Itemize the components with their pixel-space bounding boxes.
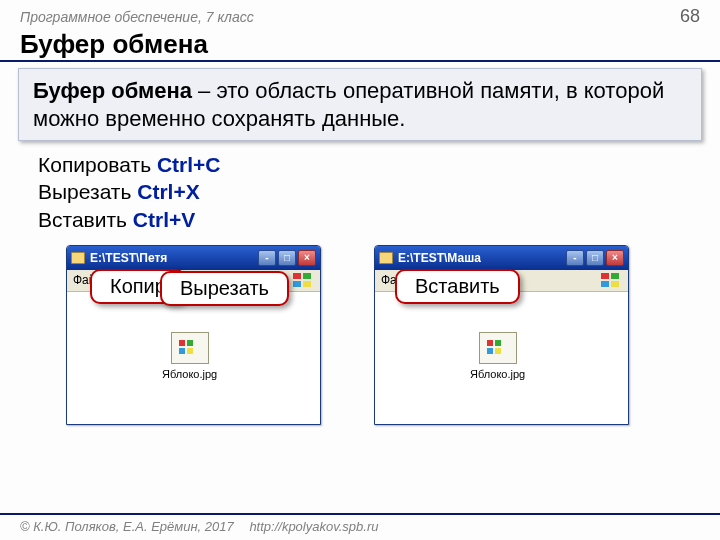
file-item-left[interactable]: Яблоко.jpg	[162, 332, 217, 380]
callout-paste: Вставить	[395, 269, 520, 304]
svg-rect-0	[293, 273, 301, 279]
image-file-icon	[171, 332, 209, 364]
callout-cut: Вырезать	[160, 271, 289, 306]
titlebar-right: E:\TEST\Маша - □ ×	[375, 246, 628, 270]
file-label-left: Яблоко.jpg	[162, 368, 217, 380]
close-button[interactable]: ×	[606, 250, 624, 266]
slide-header: Программное обеспечение, 7 класс 68	[0, 0, 720, 29]
svg-rect-7	[611, 281, 619, 287]
shortcut-copy-label: Копировать	[38, 153, 157, 176]
folder-icon	[379, 252, 393, 264]
shortcut-cut: Вырезать Ctrl+X	[38, 178, 720, 205]
slide-title: Буфер обмена	[0, 29, 720, 62]
definition-dash: –	[192, 78, 216, 103]
file-item-right[interactable]: Яблоко.jpg	[470, 332, 525, 380]
slide-footer: © К.Ю. Поляков, Е.А. Ерёмин, 2017 http:/…	[0, 513, 720, 540]
definition-term: Буфер обмена	[33, 78, 192, 103]
windows-logo-icon	[292, 272, 314, 288]
shortcut-cut-key: Ctrl+X	[137, 180, 199, 203]
footer-authors: © К.Ю. Поляков, Е.А. Ерёмин, 2017	[20, 519, 234, 534]
windows-area: E:\TEST\Петя - □ × Файл Яблоко.jpg E:\TE…	[0, 245, 720, 465]
image-file-icon	[479, 332, 517, 364]
minimize-button[interactable]: -	[566, 250, 584, 266]
shortcut-copy-key: Ctrl+C	[157, 153, 221, 176]
shortcut-cut-label: Вырезать	[38, 180, 137, 203]
course-name: Программное обеспечение, 7 класс	[20, 9, 254, 25]
shortcut-paste: Вставить Ctrl+V	[38, 206, 720, 233]
window-title-right: E:\TEST\Маша	[398, 251, 566, 265]
windows-logo-icon	[600, 272, 622, 288]
shortcut-copy: Копировать Ctrl+C	[38, 151, 720, 178]
minimize-button[interactable]: -	[258, 250, 276, 266]
maximize-button[interactable]: □	[278, 250, 296, 266]
page-number: 68	[680, 6, 700, 27]
svg-rect-4	[601, 273, 609, 279]
shortcut-paste-label: Вставить	[38, 208, 133, 231]
window-body-right: Яблоко.jpg	[375, 292, 628, 424]
svg-rect-6	[601, 281, 609, 287]
svg-rect-2	[293, 281, 301, 287]
svg-rect-5	[611, 273, 619, 279]
titlebar-left: E:\TEST\Петя - □ ×	[67, 246, 320, 270]
svg-rect-3	[303, 281, 311, 287]
window-title-left: E:\TEST\Петя	[90, 251, 258, 265]
close-button[interactable]: ×	[298, 250, 316, 266]
window-body-left: Яблоко.jpg	[67, 292, 320, 424]
file-label-right: Яблоко.jpg	[470, 368, 525, 380]
footer-url: http://kpolyakov.spb.ru	[249, 519, 378, 534]
definition-box: Буфер обмена – это область оперативной п…	[18, 68, 702, 141]
maximize-button[interactable]: □	[586, 250, 604, 266]
folder-icon	[71, 252, 85, 264]
shortcut-paste-key: Ctrl+V	[133, 208, 195, 231]
shortcut-list: Копировать Ctrl+C Вырезать Ctrl+X Встави…	[38, 151, 720, 233]
svg-rect-1	[303, 273, 311, 279]
